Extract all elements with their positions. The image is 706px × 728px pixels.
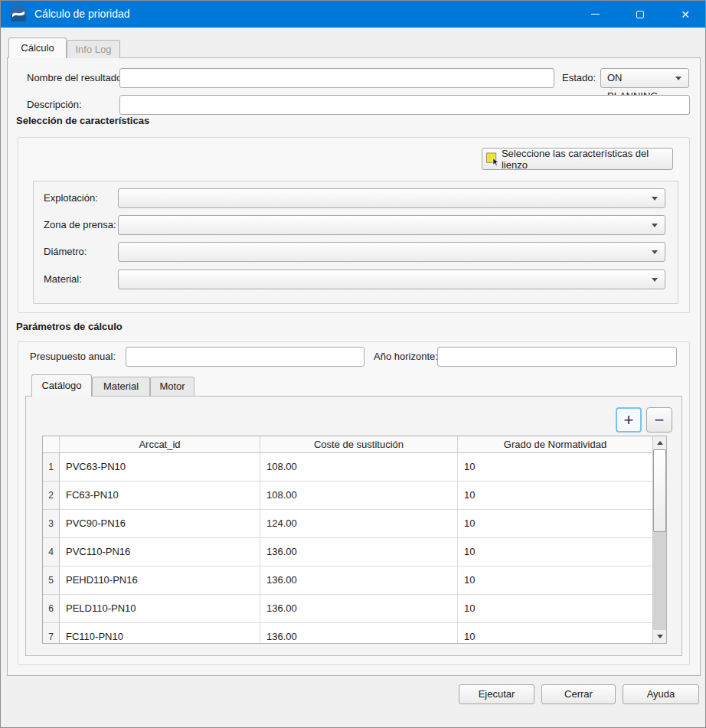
select-canvas-features-button[interactable]: Seleccione las características del lienz… <box>482 148 673 170</box>
cell-grado[interactable]: 10 <box>458 566 652 595</box>
cell-arccat-id[interactable]: FC63-PN10 <box>60 482 260 510</box>
column-header-grado[interactable]: Grado de Normatividad <box>458 436 652 453</box>
ayuda-button[interactable]: Ayuda <box>623 684 699 704</box>
column-header-coste[interactable]: Coste de sustitución <box>260 436 458 453</box>
material-label: Material: <box>44 269 82 289</box>
table-header-row: Arccat_id Coste de sustitución Grado de … <box>43 436 652 453</box>
scroll-up-icon <box>657 441 663 445</box>
minimize-icon <box>591 14 600 15</box>
seleccion-section-title: Selección de características <box>16 115 149 126</box>
priority-calc-dialog: Cálculo de prioridad ✕ Cálculo Info Log … <box>0 0 706 728</box>
tab-motor[interactable]: Motor <box>150 377 194 396</box>
app-logo-icon <box>11 6 26 21</box>
select-canvas-features-label: Seleccione las características del lienz… <box>502 148 668 171</box>
horizonte-input[interactable] <box>437 347 677 367</box>
cell-grado[interactable]: 10 <box>458 623 652 643</box>
row-number[interactable]: 2 <box>43 482 60 510</box>
result-name-label: Nombre del resultado: <box>27 68 125 88</box>
estado-label: Estado: <box>562 68 596 88</box>
scrollbar-thumb[interactable] <box>653 449 666 532</box>
close-icon: ✕ <box>681 9 690 20</box>
row-number[interactable]: 1 <box>43 453 60 482</box>
scrollbar-track[interactable] <box>653 449 666 630</box>
table-row[interactable]: 6 PELD110-PN10 136.00 10 <box>43 595 652 623</box>
explotacion-label: Explotación: <box>44 188 98 208</box>
cerrar-button[interactable]: Cerrar <box>541 684 616 704</box>
cell-arccat-id[interactable]: PELD110-PN10 <box>60 595 260 623</box>
cell-coste[interactable]: 124.00 <box>260 510 458 538</box>
scroll-up-button[interactable] <box>653 436 666 449</box>
close-button[interactable]: ✕ <box>668 1 703 28</box>
minus-icon: − <box>655 410 665 430</box>
zona-prensa-label: Zona de prensa: <box>44 215 116 235</box>
scroll-down-icon <box>657 635 663 638</box>
cell-coste[interactable]: 136.00 <box>260 595 458 623</box>
add-row-button[interactable]: + <box>616 407 642 433</box>
row-number[interactable]: 4 <box>43 538 60 566</box>
table-row[interactable]: 2 FC63-PN10 108.00 10 <box>43 482 652 510</box>
cell-arccat-id[interactable]: PVC110-PN16 <box>60 538 260 566</box>
table-row[interactable]: 1 PVC63-PN10 108.00 10 <box>43 453 652 482</box>
scroll-down-button[interactable] <box>653 630 666 643</box>
tab-calculo[interactable]: Cálculo <box>8 38 67 58</box>
cell-coste[interactable]: 136.00 <box>260 538 458 566</box>
table-row[interactable]: 4 PVC110-PN16 136.00 10 <box>43 538 652 566</box>
description-label: Descripción: <box>27 95 82 115</box>
maximize-button[interactable] <box>623 1 658 28</box>
horizonte-label: Año horizonte: <box>374 347 438 367</box>
column-header-arccat-id[interactable]: Arccat_id <box>60 436 260 453</box>
cell-grado[interactable]: 10 <box>458 595 652 623</box>
maximize-icon <box>636 11 644 18</box>
cell-coste[interactable]: 108.00 <box>260 453 458 482</box>
cell-arccat-id[interactable]: PVC90-PN16 <box>60 510 260 538</box>
cell-grado[interactable]: 10 <box>458 538 652 566</box>
presupuesto-input[interactable] <box>126 347 364 367</box>
catalog-table: Arccat_id Coste de sustitución Grado de … <box>42 436 667 644</box>
material-combobox[interactable] <box>118 269 665 289</box>
parametros-section-title: Parámetros de cálculo <box>16 321 123 332</box>
diametro-combobox[interactable] <box>118 242 665 262</box>
explotacion-combobox[interactable] <box>118 188 665 208</box>
presupuesto-label: Presupuesto anual: <box>30 347 116 367</box>
row-number[interactable]: 7 <box>43 623 60 643</box>
cell-coste[interactable]: 108.00 <box>260 482 458 510</box>
minimize-button[interactable] <box>577 1 613 28</box>
description-input[interactable] <box>119 95 690 115</box>
cell-arccat-id[interactable]: FC110-PN10 <box>60 623 260 643</box>
cell-arccat-id[interactable]: PVC63-PN10 <box>60 453 260 482</box>
plus-icon: + <box>624 410 634 430</box>
zona-prensa-combobox[interactable] <box>118 215 665 235</box>
table-row[interactable]: 5 PEHD110-PN16 136.00 10 <box>43 566 652 595</box>
result-name-input[interactable] <box>119 68 554 88</box>
corner-header-cell[interactable] <box>43 436 60 453</box>
tab-info-log[interactable]: Info Log <box>67 40 120 58</box>
cell-grado[interactable]: 10 <box>458 510 652 538</box>
tab-catalogo[interactable]: Catálogo <box>31 374 92 397</box>
cell-coste[interactable]: 136.00 <box>260 623 458 643</box>
table-vertical-scrollbar[interactable] <box>652 436 666 643</box>
ejecutar-button[interactable]: Ejecutar <box>459 684 534 704</box>
table-row[interactable]: 7 FC110-PN10 136.00 10 <box>43 623 652 643</box>
cell-coste[interactable]: 136.00 <box>260 566 458 595</box>
tab-material[interactable]: Material <box>92 377 150 396</box>
select-features-icon <box>485 152 500 167</box>
cell-grado[interactable]: 10 <box>458 482 652 510</box>
diametro-label: Diámetro: <box>44 242 87 262</box>
window-title: Cálculo de prioridad <box>34 1 130 28</box>
remove-row-button[interactable]: − <box>646 407 672 433</box>
cell-arccat-id[interactable]: PEHD110-PN16 <box>60 566 260 595</box>
table-row[interactable]: 3 PVC90-PN16 124.00 10 <box>43 510 652 538</box>
row-number[interactable]: 5 <box>43 566 60 595</box>
cell-grado[interactable]: 10 <box>458 453 652 482</box>
row-number[interactable]: 6 <box>43 595 60 623</box>
catalog-table-body: Arccat_id Coste de sustitución Grado de … <box>43 436 652 643</box>
row-number[interactable]: 3 <box>43 510 60 538</box>
title-bar: Cálculo de prioridad ✕ <box>1 1 705 28</box>
estado-combobox[interactable]: ON PLANNING <box>600 68 689 88</box>
